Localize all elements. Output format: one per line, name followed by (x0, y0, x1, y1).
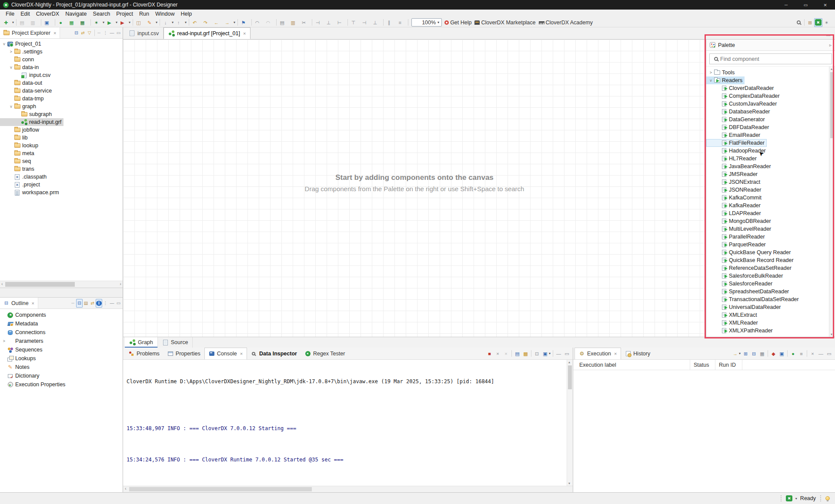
expand-all-button[interactable]: ⊞ (741, 349, 750, 358)
cut-button[interactable]: ✂ (300, 18, 311, 27)
toolbar-button[interactable] (346, 18, 349, 27)
scroll-lock-button[interactable]: ▩ (521, 349, 530, 358)
palette-item[interactable]: KafkaReader (706, 202, 829, 209)
palette-item[interactable]: KafkaCommit (706, 194, 829, 202)
link-with-editor-button[interactable]: ⇄ (80, 29, 86, 37)
project-tree-item[interactable]: data-service (0, 87, 123, 95)
palette-item[interactable]: FlatFileReader (706, 139, 767, 147)
remove-all-button[interactable]: × (502, 349, 510, 358)
align-bottom-button[interactable]: ⊥ (371, 18, 382, 27)
outline-item[interactable]: Notes (0, 363, 123, 371)
toolbar-button[interactable] (187, 18, 190, 27)
outline-item[interactable]: Lookups (0, 354, 123, 363)
toolbar-button[interactable] (158, 18, 161, 27)
toolbar-button[interactable] (250, 18, 253, 27)
execution-panel-tab[interactable]: History (621, 348, 654, 359)
palette-item[interactable]: JSONReader (706, 186, 829, 194)
menu-item[interactable]: Search (90, 10, 114, 17)
display-console-button[interactable]: ▣ (541, 349, 551, 358)
palette-item[interactable]: DBFDataReader (706, 123, 829, 131)
toolbar-button[interactable] (382, 18, 385, 27)
palette-item[interactable]: LDAPReader (706, 209, 829, 217)
copy-button[interactable]: ▤ (278, 18, 289, 27)
palette-item[interactable]: QuickBase Record Reader (706, 256, 829, 264)
stop-button[interactable]: ■ (797, 349, 805, 358)
focus-button[interactable]: ◦◦ (96, 29, 102, 37)
palette-item[interactable]: JMSReader (706, 170, 829, 178)
expand-chevron-icon[interactable]: v (9, 104, 13, 109)
briefcase-button[interactable]: ◫ (134, 18, 145, 27)
column-header[interactable]: Execution label (576, 360, 690, 370)
project-tree-item[interactable]: workspace.prm (0, 189, 123, 196)
close-console-button[interactable]: × (494, 349, 502, 358)
table-view-button[interactable]: ▤ (83, 299, 89, 308)
project-tree-item[interactable]: lookup (0, 142, 123, 149)
paste-button[interactable]: ▥ (289, 18, 300, 27)
minimize-button[interactable]: — (109, 299, 115, 308)
dropdown-caret-icon[interactable] (795, 497, 797, 501)
toolbar-button[interactable] (275, 18, 278, 27)
outline-item[interactable]: Components (0, 311, 123, 319)
execution-panel-tab[interactable]: Execution (574, 348, 621, 359)
stop-button[interactable]: ■ (485, 349, 494, 358)
scrollbar-thumb[interactable] (568, 365, 572, 389)
clear-console-button[interactable]: ▤ (513, 349, 521, 358)
palette-item[interactable]: ComplexDataReader (706, 92, 829, 100)
lock-button[interactable]: ▦ (758, 349, 766, 358)
align-top-button[interactable]: ⊤ (349, 18, 360, 27)
get-help-button[interactable]: Get Help (444, 18, 474, 27)
execution-toolbar-button[interactable] (766, 349, 769, 358)
close-button[interactable]: × (808, 349, 817, 358)
back-button[interactable]: ← (212, 18, 223, 27)
open-graph-button[interactable]: ◆ (769, 349, 778, 358)
server-add-button[interactable]: ▦ (67, 18, 78, 27)
palette-item[interactable]: DataGenerator (706, 116, 829, 123)
target-button[interactable]: → (731, 349, 741, 358)
project-tree-item[interactable]: .project (0, 181, 123, 189)
expand-chevron-icon[interactable]: > (2, 339, 7, 343)
palette-item[interactable]: SalesforceReader (706, 280, 829, 288)
menu-item[interactable]: File (3, 10, 17, 17)
bottom-panel-tab[interactable]: Regex Tester (301, 348, 349, 359)
graph-properties-button[interactable]: ⚑ (239, 18, 250, 27)
search-button[interactable] (795, 18, 803, 27)
sync-button[interactable]: ⇄ (89, 299, 96, 308)
secondary-perspective-button[interactable]: ✶ (822, 18, 831, 27)
project-tree-item[interactable]: .classpath (0, 173, 123, 181)
project-tree-item[interactable]: conn (0, 56, 123, 63)
expand-chevron-icon[interactable]: v (2, 42, 7, 46)
distribute-vertical-button[interactable]: ≡ (396, 18, 407, 27)
menu-item[interactable]: CloverDX (33, 10, 63, 17)
menu-item[interactable]: Help (177, 10, 195, 17)
scrollbar-thumb[interactable] (5, 282, 75, 287)
execution-toolbar-button[interactable] (805, 349, 808, 358)
outline-item[interactable]: Metadata (0, 319, 123, 328)
close-icon[interactable] (53, 30, 56, 36)
project-tree-item[interactable]: trans (0, 165, 123, 173)
graph-canvas[interactable]: Start by adding components onto the canv… (123, 40, 706, 337)
execution-toolbar-button[interactable] (786, 349, 789, 358)
palette-item[interactable]: ReferenceDataSetReader (706, 264, 829, 272)
outline-item[interactable]: Execution Properties (0, 380, 123, 389)
outline-item[interactable]: Dictionary (0, 371, 123, 380)
distribute-horizontal-button[interactable]: ∥ (385, 18, 396, 27)
academy-button[interactable]: CloverDX Academy (538, 18, 595, 27)
align-left-button[interactable]: ⊣ (314, 18, 324, 27)
menu-item[interactable]: Run (136, 10, 152, 17)
highlight-button[interactable]: ✎ (145, 18, 158, 27)
project-tree-item[interactable]: v graph (0, 103, 123, 110)
cloverdx-status-icon[interactable] (786, 495, 792, 501)
project-tree-item[interactable]: v data-in (0, 63, 123, 71)
bottom-panel-tab[interactable]: Properties (164, 348, 204, 359)
toolbar-button[interactable] (40, 18, 43, 27)
cloverdx-perspective-button[interactable] (814, 18, 822, 27)
palette-item[interactable]: XMLReader (706, 319, 829, 327)
expand-chevron-icon[interactable]: v (9, 65, 13, 70)
project-tree-item[interactable]: > .settings (0, 48, 123, 56)
toolbar-button[interactable] (236, 18, 239, 27)
outline-item[interactable]: Sequences (0, 345, 123, 354)
maximize-button[interactable]: ▭ (825, 349, 833, 358)
minimize-button[interactable]: — (816, 30, 824, 39)
tab-project-explorer[interactable]: Project Explorer (0, 27, 60, 38)
zoom-select[interactable]: 100% (411, 18, 442, 27)
